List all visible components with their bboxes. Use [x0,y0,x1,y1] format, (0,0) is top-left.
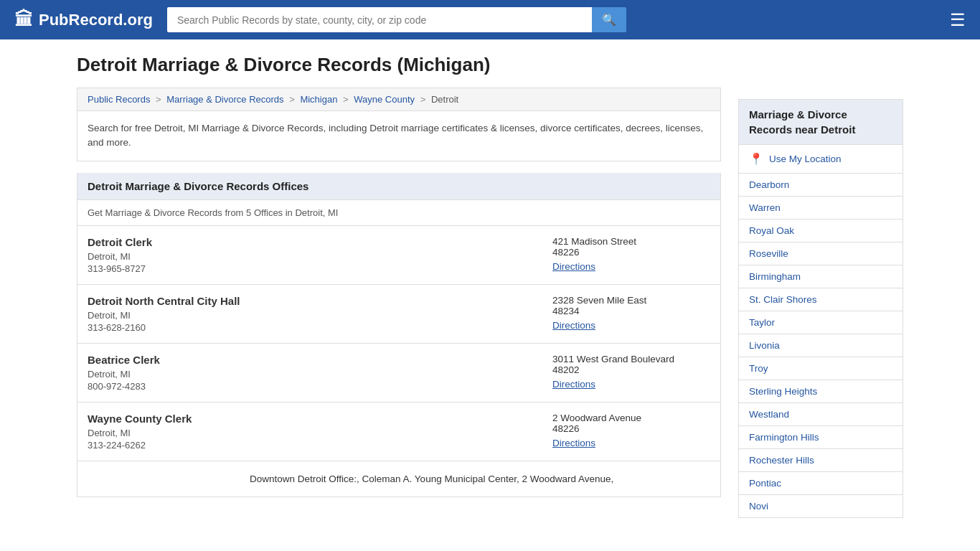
office-phone: 800-972-4283 [88,381,160,392]
office-location: Detroit, MI [88,428,192,438]
use-location-button[interactable]: 📍 Use My Location [738,145,903,174]
sidebar-item-taylor[interactable]: Taylor [738,311,903,334]
logo-text: PubRecord.org [39,11,153,29]
office-address: 421 Madison Street [552,236,710,247]
breadcrumb-wayne-county[interactable]: Wayne County [354,94,415,105]
sidebar-item-livonia[interactable]: Livonia [738,334,903,357]
directions-link[interactable]: Directions [552,320,595,331]
sidebar-item-rochester-hills[interactable]: Rochester Hills [738,449,903,472]
breadcrumb: Public Records > Marriage & Divorce Reco… [77,88,721,111]
site-logo[interactable]: 🏛 PubRecord.org [14,9,153,31]
breadcrumb-public-records[interactable]: Public Records [88,94,150,105]
office-location: Detroit, MI [88,369,160,380]
breadcrumb-michigan[interactable]: Michigan [300,94,337,105]
office-name: Detroit Clerk [88,236,152,248]
sidebar: Marriage & Divorce Records near Detroit … [738,99,903,518]
extra-office-info: Downtown Detroit Office:, Coleman A. You… [77,461,721,498]
office-zip: 48226 [552,247,710,258]
sidebar-item-novi[interactable]: Novi [738,495,903,518]
directions-link[interactable]: Directions [552,438,595,448]
logo-icon: 🏛 [14,9,33,31]
table-row: Detroit Clerk Detroit, MI 313-965-8727 4… [77,226,721,285]
use-location-label: Use My Location [769,154,842,164]
office-phone: 313-965-8727 [88,263,152,274]
sidebar-item-sterling-heights[interactable]: Sterling Heights [738,380,903,403]
office-zip: 48234 [552,306,710,316]
table-row: Beatrice Clerk Detroit, MI 800-972-4283 … [77,344,721,402]
sidebar-item-birmingham[interactable]: Birmingham [738,265,903,288]
offices-header: Detroit Marriage & Divorce Records Offic… [77,173,721,200]
sidebar-item-pontiac[interactable]: Pontiac [738,472,903,495]
sidebar-item-dearborn[interactable]: Dearborn [738,174,903,197]
page-title: Detroit Marriage & Divorce Records (Mich… [77,54,903,76]
sidebar-item-troy[interactable]: Troy [738,357,903,380]
table-row: Wayne County Clerk Detroit, MI 313-224-6… [77,402,721,461]
sidebar-item-st-clair-shores[interactable]: St. Clair Shores [738,288,903,311]
table-row: Detroit North Central City Hall Detroit,… [77,285,721,344]
office-phone: 313-224-6262 [88,440,192,451]
sidebar-item-roseville[interactable]: Roseville [738,242,903,265]
main-content: Public Records > Marriage & Divorce Reco… [77,88,721,518]
sidebar-item-farmington-hills[interactable]: Farmington Hills [738,426,903,449]
office-location: Detroit, MI [88,310,240,321]
directions-link[interactable]: Directions [552,261,595,272]
header: 🏛 PubRecord.org 🔍 ☰ [0,0,980,39]
sidebar-item-westland[interactable]: Westland [738,403,903,426]
offices-subtext: Get Marriage & Divorce Records from 5 Of… [77,200,721,226]
search-input[interactable] [167,7,592,32]
office-address: 2 Woodward Avenue [552,413,710,423]
office-name: Beatrice Clerk [88,354,160,366]
office-zip: 48226 [552,423,710,434]
menu-button[interactable]: ☰ [950,10,966,30]
breadcrumb-detroit: Detroit [431,94,458,105]
sidebar-title: Marriage & Divorce Records near Detroit [738,99,903,145]
page-description: Search for free Detroit, MI Marriage & D… [77,111,721,161]
office-address: 2328 Seven Mile East [552,295,710,306]
sidebar-item-warren[interactable]: Warren [738,197,903,220]
office-location: Detroit, MI [88,251,152,262]
directions-link[interactable]: Directions [552,379,595,390]
search-button[interactable]: 🔍 [592,7,626,32]
breadcrumb-marriage-divorce[interactable]: Marriage & Divorce Records [166,94,283,105]
office-name: Detroit North Central City Hall [88,295,240,307]
office-name: Wayne County Clerk [88,413,192,425]
office-address: 3011 West Grand Boulevard [552,354,710,364]
sidebar-item-royal-oak[interactable]: Royal Oak [738,220,903,242]
search-bar: 🔍 [167,7,626,32]
pin-icon: 📍 [749,152,763,166]
office-zip: 48202 [552,364,710,375]
office-phone: 313-628-2160 [88,322,240,333]
